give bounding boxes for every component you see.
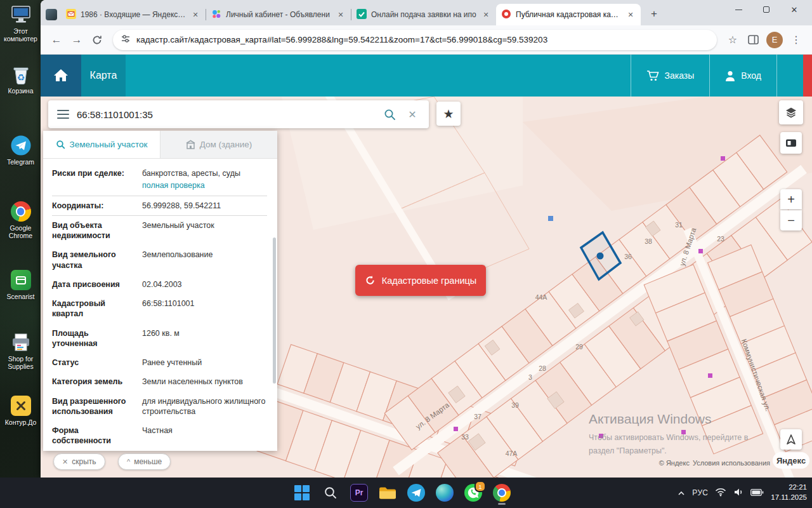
parcel-info-panel: Земельный участок Дом (здание) Риски при… (43, 131, 277, 451)
new-tab-button[interactable]: + (646, 6, 662, 22)
map-nav-tab[interactable]: Карта (81, 55, 126, 97)
row-label: Дата присвоения (52, 279, 136, 290)
forward-button[interactable]: → (67, 30, 86, 50)
cadastral-boundaries-button[interactable]: Кадастровые границы (355, 265, 486, 296)
site-navbar: Карта Заказы Вход (41, 55, 812, 97)
panel-body: Риски при сделке: банкротства, аресты, с… (43, 159, 277, 451)
language-indicator[interactable]: РУС (692, 488, 708, 497)
location-arrow-icon (785, 434, 797, 445)
taskbar-search-button[interactable] (320, 483, 341, 503)
back-button[interactable]: ← (47, 30, 66, 50)
orders-button[interactable]: Заказы (631, 55, 710, 97)
search-icon (324, 486, 337, 500)
search-icon[interactable] (382, 107, 397, 122)
hide-panel-button[interactable]: ✕ скрыть (53, 453, 105, 470)
full-check-link[interactable]: полная проверка (142, 180, 267, 190)
bookmark-star-icon[interactable]: ☆ (723, 30, 742, 50)
row-label: Категория земель (52, 377, 136, 387)
svg-text:3: 3 (528, 373, 532, 381)
telegram-button[interactable] (406, 483, 426, 503)
desktop-icon-this-pc[interactable]: Этот компьютер (1, 4, 41, 43)
clear-search-icon[interactable]: ✕ (405, 107, 420, 122)
chrome-button[interactable] (492, 483, 512, 503)
edge-button[interactable] (435, 483, 455, 503)
reload-button[interactable] (88, 30, 107, 50)
side-panel-icon[interactable] (743, 30, 763, 50)
browser-tab-cadastre-active[interactable]: Публичная кадастровая карта ✕ (496, 4, 641, 25)
site-settings-icon[interactable] (121, 34, 131, 46)
taskbar-clock[interactable]: 22:21 17.11.2025 (771, 483, 807, 502)
url-text: кадастр.сайт/кадастровая_карта#lat=56.99… (136, 35, 709, 44)
premiere-button[interactable]: Pr (349, 483, 369, 503)
desktop-icon-shop[interactable]: Shop for Supplies (1, 331, 41, 370)
desktop-icon-chrome[interactable]: Google Chrome (1, 201, 41, 239)
less-info-button[interactable]: ^ меньше (118, 453, 171, 470)
zoom-in-button[interactable]: + (780, 189, 802, 210)
favorites-star-button[interactable]: ★ (436, 102, 461, 126)
tab-close-icon[interactable]: ✕ (190, 10, 200, 20)
maximize-button[interactable] (752, 0, 780, 19)
desktop-icon-scenarist[interactable]: Scenarist (1, 269, 41, 300)
row-label: Вид земельного участка (52, 250, 136, 271)
svg-text:47А: 47А (506, 450, 518, 457)
panel-row: Координаты: 56.999288, 59.542211 (52, 196, 267, 216)
tab-close-icon[interactable]: ✕ (336, 10, 346, 20)
recycle-bin-icon: ♻ (10, 64, 32, 85)
browser-tab-ads[interactable]: Личный кабинет - Объявлени ✕ (206, 4, 351, 25)
layers-button[interactable] (779, 100, 803, 124)
mortgage-favicon (357, 9, 367, 21)
address-bar[interactable]: кадастр.сайт/кадастровая_карта#lat=56.99… (113, 30, 717, 50)
home-button[interactable] (41, 55, 81, 97)
panel-scrollbar[interactable] (273, 237, 276, 384)
battery-icon[interactable] (750, 488, 764, 498)
wifi-icon[interactable] (715, 488, 726, 498)
browser-menu-icon[interactable]: ⋮ (787, 30, 806, 50)
printer-icon (10, 331, 32, 353)
telegram-icon (407, 483, 426, 502)
zoom-out-button[interactable]: − (780, 210, 802, 231)
menu-icon[interactable] (57, 110, 69, 119)
browser-window: 1986 · Входящие — Яндекс По ✕ Личный каб… (41, 0, 812, 478)
svg-text:36: 36 (624, 253, 632, 260)
panorama-button[interactable] (780, 132, 802, 154)
profile-avatar[interactable]: Е (766, 32, 783, 48)
terms-of-use-link[interactable]: Условия использования (693, 459, 770, 467)
desktop-icon-label: Scenarist (7, 293, 35, 300)
desktop-icon-recycle-bin[interactable]: ♻ Корзина (1, 64, 41, 95)
panel-row: Форма собственности Частная (52, 421, 267, 451)
row-label: Форма собственности (52, 425, 136, 446)
volume-icon[interactable] (733, 488, 743, 498)
tab-strip: 1986 · Входящие — Яндекс По ✕ Личный каб… (41, 0, 812, 25)
cadastre-favicon (501, 9, 511, 21)
search-input[interactable] (77, 109, 374, 120)
row-value: Землепользование (142, 250, 267, 271)
desktop-icon-kontur[interactable]: Контур.До (1, 395, 41, 426)
tools-icon (10, 395, 32, 417)
tab-house-building[interactable]: Дом (здание) (160, 131, 277, 158)
tab-close-icon[interactable]: ✕ (625, 10, 636, 20)
browser-toolbar: ← → кадастр.сайт/кадастровая_карта#lat=5… (41, 25, 812, 55)
site-content: Карта Заказы Вход (41, 55, 812, 478)
desktop-icon-telegram[interactable]: Telegram (1, 135, 41, 166)
close-button[interactable]: ✕ (780, 0, 808, 19)
tab-close-icon[interactable]: ✕ (481, 10, 491, 20)
locate-me-button[interactable] (780, 429, 802, 450)
row-label: Риски при сделке: (52, 168, 136, 191)
svg-text:37: 37 (474, 413, 481, 420)
minimize-button[interactable] (724, 0, 752, 19)
row-label: Вид разрешенного использования (52, 396, 136, 417)
browser-tab-mail[interactable]: 1986 · Входящие — Яндекс По ✕ (61, 4, 206, 25)
login-button[interactable]: Вход (709, 55, 776, 97)
tab-title: Публичная кадастровая карта (516, 10, 621, 19)
desktop-icon-label: Этот компьютер (1, 27, 41, 43)
tab-title: 1986 · Входящие — Яндекс По (81, 10, 186, 19)
tab-land-parcel[interactable]: Земельный участок (43, 131, 160, 158)
tray-chevron-icon[interactable] (678, 488, 685, 498)
start-button[interactable] (292, 483, 312, 503)
yandex-logo: Яндекс (773, 452, 809, 469)
row-value: 1260 кв. м (142, 328, 267, 349)
window-icon[interactable] (46, 9, 57, 20)
file-explorer-button[interactable] (377, 483, 398, 503)
whatsapp-button[interactable]: 1 (463, 483, 483, 503)
browser-tab-mortgage[interactable]: Онлайн подача заявки на ипо ✕ (351, 4, 496, 25)
